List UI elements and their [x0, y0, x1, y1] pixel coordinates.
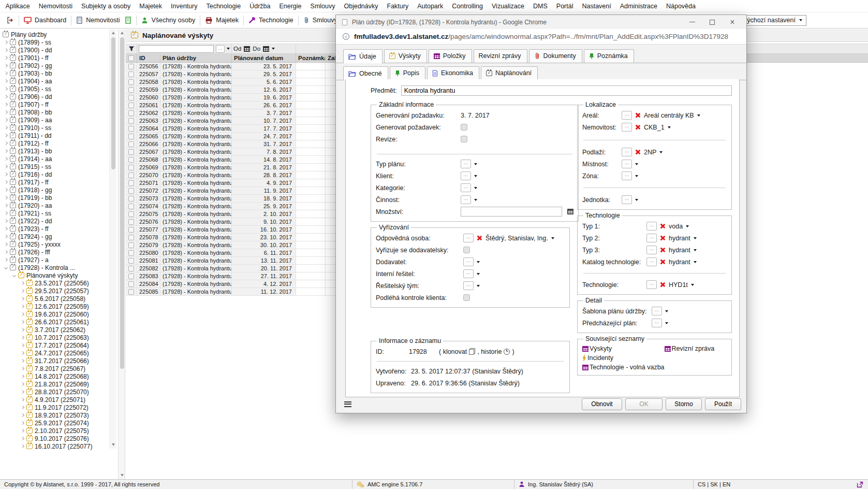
- tree-item-plan[interactable]: (17902) - gg: [0, 62, 109, 69]
- menu-item[interactable]: Technologie: [202, 3, 245, 10]
- odpovedna-lookup-button[interactable]: [463, 234, 474, 242]
- tree-item-plan[interactable]: (17914) - aa: [0, 155, 109, 163]
- predchazejici-lookup-button[interactable]: [652, 319, 662, 327]
- chevron-right-icon[interactable]: [4, 141, 8, 145]
- mistnost-lookup-button[interactable]: [622, 160, 632, 168]
- row-checkbox[interactable]: [128, 289, 134, 295]
- clear-x-icon[interactable]: [660, 235, 666, 241]
- klient-lookup-button[interactable]: [461, 171, 471, 180]
- menu-item[interactable]: Controlling: [448, 3, 488, 10]
- scroll-down-icon[interactable]: [112, 443, 115, 446]
- row-checkbox[interactable]: [128, 196, 134, 202]
- tree-item-occurrence[interactable]: 31.7.2017 (225066): [0, 357, 109, 365]
- row-checkbox[interactable]: [128, 149, 134, 155]
- menu-item[interactable]: Subjekty a osoby: [77, 3, 135, 10]
- dodavatel-lookup-button[interactable]: [463, 257, 474, 266]
- scroll-up-icon[interactable]: [121, 32, 124, 34]
- chevron-down-icon[interactable]: [686, 225, 689, 227]
- row-checkbox[interactable]: [128, 172, 134, 178]
- chevron-right-icon[interactable]: [21, 320, 24, 324]
- chevron-right-icon[interactable]: [4, 242, 8, 246]
- column-header-plan[interactable]: Plán údržby: [160, 54, 232, 62]
- obnovit-button[interactable]: Obnovit: [582, 398, 622, 410]
- chevron-right-icon[interactable]: [21, 421, 24, 425]
- row-checkbox[interactable]: [128, 95, 134, 100]
- chevron-right-icon[interactable]: [21, 328, 24, 332]
- toolbar-item-technologie[interactable]: Technologie: [246, 15, 296, 25]
- tree-item-plan[interactable]: (17912) - ff: [0, 139, 109, 147]
- menu-item[interactable]: Faktury: [382, 3, 413, 10]
- filter-funnel-cell[interactable]: [126, 44, 137, 53]
- tree-item-plan[interactable]: (17907) - ff: [0, 100, 109, 108]
- menu-item[interactable]: DMS: [529, 3, 552, 10]
- menu-item[interactable]: Nastavení: [578, 3, 615, 10]
- tree-item-plan[interactable]: (17899) - ss: [0, 38, 109, 46]
- row-checkbox[interactable]: [128, 64, 134, 69]
- podleha-checkbox[interactable]: [463, 294, 470, 301]
- url-bar[interactable]: i fmfulladev3.dev1.alstanet.cz/pages/amc…: [336, 29, 746, 45]
- tree-item-plan[interactable]: (17917) - ff: [0, 178, 109, 186]
- tree-item-plan[interactable]: (17915) - ss: [0, 163, 109, 170]
- row-checkbox[interactable]: [128, 211, 134, 217]
- tree-item-plan[interactable]: (17919) - bb: [0, 194, 109, 202]
- typ3-lookup-button[interactable]: [646, 246, 657, 254]
- katalog-lookup-button[interactable]: [646, 257, 657, 266]
- tree-item-plan[interactable]: (17903) - bb: [0, 69, 109, 77]
- row-checkbox[interactable]: [128, 118, 134, 124]
- tree-item-plan[interactable]: (17924) - gg: [0, 233, 109, 240]
- chevron-right-icon[interactable]: [4, 172, 8, 176]
- chevron-right-icon[interactable]: [21, 305, 24, 308]
- toolbar-item-majetek[interactable]: Majetek: [202, 15, 241, 25]
- tree-item-occurrence[interactable]: 23.5.2017 (225056): [0, 279, 109, 287]
- close-button[interactable]: [725, 15, 740, 29]
- typ1-lookup-button[interactable]: [646, 222, 657, 231]
- chevron-down-icon[interactable]: [227, 48, 230, 50]
- row-checkbox[interactable]: [128, 157, 134, 163]
- tab-udaje[interactable]: Údaje: [343, 49, 382, 63]
- chevron-down-icon[interactable]: [12, 274, 16, 277]
- chevron-down-icon[interactable]: [474, 175, 477, 177]
- chevron-right-icon[interactable]: [4, 40, 8, 44]
- link-technologie-volna-vazba[interactable]: Technologie - volná vazba: [582, 363, 665, 371]
- menu-item[interactable]: Smlouvy: [306, 3, 340, 10]
- filter-lookup-button[interactable]: [216, 45, 225, 53]
- clear-x-icon[interactable]: [660, 259, 666, 265]
- chevron-down-icon[interactable]: [477, 261, 480, 263]
- footer-hamburger-icon[interactable]: [344, 401, 351, 407]
- tree-item-plan-expanded[interactable]: (17928) - Kontrola ...: [0, 264, 109, 271]
- external-link-button[interactable]: [852, 480, 868, 489]
- sidebar-scrollbar[interactable]: [109, 29, 116, 449]
- menu-item[interactable]: Energie: [275, 3, 306, 10]
- tree-item-occurrence[interactable]: 12.6.2017 (225059): [0, 303, 109, 310]
- tree-item-occurrence[interactable]: 14.8.2017 (225068): [0, 372, 109, 380]
- chevron-right-icon[interactable]: [4, 118, 8, 122]
- chevron-down-icon[interactable]: [694, 261, 697, 263]
- tree-item-plan[interactable]: (17909) - aa: [0, 116, 109, 124]
- row-checkbox[interactable]: [128, 266, 134, 271]
- tab-poznamka[interactable]: Poznámka: [584, 49, 634, 63]
- chevron-right-icon[interactable]: [21, 359, 24, 363]
- clear-x-icon[interactable]: [660, 247, 666, 253]
- chevron-down-icon[interactable]: [272, 48, 275, 50]
- chevron-right-icon[interactable]: [4, 235, 8, 238]
- row-checkbox[interactable]: [128, 110, 134, 116]
- column-header-poznamka[interactable]: Poznámka: [296, 54, 326, 62]
- chevron-right-icon[interactable]: [4, 180, 8, 184]
- clear-x-icon[interactable]: [635, 112, 641, 118]
- row-checkbox[interactable]: [128, 204, 134, 209]
- menu-item[interactable]: Aplikace: [1, 3, 34, 10]
- row-checkbox[interactable]: [128, 235, 134, 240]
- info-icon[interactable]: i: [343, 33, 349, 40]
- link-vyskyty[interactable]: Výskyty: [582, 344, 665, 353]
- header-select-all[interactable]: [126, 54, 137, 62]
- tree-item-occurrence[interactable]: 11.9.2017 (225072): [0, 404, 109, 411]
- chevron-down-icon[interactable]: [551, 237, 554, 239]
- chevron-right-icon[interactable]: [4, 204, 8, 207]
- scroll-up-icon[interactable]: [112, 32, 115, 34]
- chevron-right-icon[interactable]: [4, 126, 8, 130]
- chevron-down-icon[interactable]: [665, 310, 668, 312]
- menu-item[interactable]: Administrace: [615, 3, 661, 10]
- chevron-right-icon[interactable]: [21, 297, 24, 300]
- row-checkbox[interactable]: [128, 134, 134, 139]
- row-checkbox[interactable]: [128, 242, 134, 248]
